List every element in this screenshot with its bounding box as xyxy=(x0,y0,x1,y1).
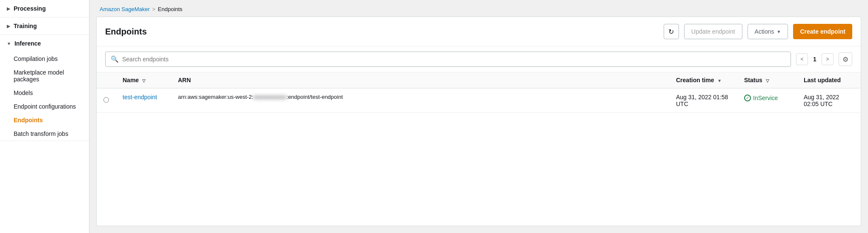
next-icon: > xyxy=(826,56,829,62)
training-arrow-icon: ▶ xyxy=(7,24,10,29)
table-settings-button[interactable]: ⚙ xyxy=(839,52,852,66)
creation-sort-icon: ▼ xyxy=(717,78,722,83)
refresh-icon: ↻ xyxy=(668,28,674,36)
main-content: Amazon SageMaker > Endpoints Endpoints ↻… xyxy=(89,0,868,233)
update-endpoint-button[interactable]: Update endpoint xyxy=(684,24,742,39)
breadcrumb-current: Endpoints xyxy=(158,6,183,12)
col-header-last-updated: Last updated xyxy=(797,72,861,88)
table-header-row: Name ▽ ARN Creation time ▼ Status ▽ xyxy=(97,72,861,88)
row-radio-input[interactable] xyxy=(103,97,109,103)
actions-label: Actions xyxy=(755,28,774,35)
page-title: Endpoints xyxy=(105,27,659,37)
sidebar-item-batch-transform-jobs[interactable]: Batch transform jobs xyxy=(0,127,89,141)
search-input-wrapper: 🔍 xyxy=(105,52,791,67)
status-label: InService xyxy=(753,95,778,101)
col-header-status[interactable]: Status ▽ xyxy=(737,72,797,88)
sidebar-item-training[interactable]: ▶ Training xyxy=(0,17,89,35)
endpoint-status-cell: ✓ InService xyxy=(737,88,797,113)
sidebar-item-models[interactable]: Models xyxy=(0,86,89,100)
endpoint-arn-cell: arn:aws:sagemaker:us-west-2:xxxxxxxxxxxx… xyxy=(171,88,669,113)
sidebar-section-inference: ▼ Inference Compilation jobs Marketplace… xyxy=(0,35,89,141)
sidebar: ▶ Processing ▶ Training ▼ Inference Comp… xyxy=(0,0,89,233)
update-endpoint-label: Update endpoint xyxy=(691,28,735,35)
search-bar-row: 🔍 < 1 > ⚙ xyxy=(97,46,861,72)
breadcrumb-sagemaker-link[interactable]: Amazon SageMaker xyxy=(100,6,150,12)
inference-label: Inference xyxy=(14,40,41,47)
sidebar-item-marketplace-model-packages[interactable]: Marketplace model packages xyxy=(0,66,89,86)
endpoints-table: Name ▽ ARN Creation time ▼ Status ▽ xyxy=(97,72,861,113)
status-sort-icon: ▽ xyxy=(766,78,769,83)
arn-account: xxxxxxxxxxxx xyxy=(253,94,286,100)
sidebar-item-endpoints[interactable]: Endpoints xyxy=(0,113,89,127)
actions-arrow-icon: ▼ xyxy=(777,29,781,34)
breadcrumb-separator: > xyxy=(152,6,155,12)
refresh-button[interactable]: ↻ xyxy=(664,24,679,39)
page-number: 1 xyxy=(811,56,819,63)
create-endpoint-label: Create endpoint xyxy=(800,28,845,35)
sidebar-section-training: ▶ Training xyxy=(0,17,89,35)
create-endpoint-button[interactable]: Create endpoint xyxy=(793,24,852,39)
content-card: Endpoints ↻ Update endpoint Actions ▼ Cr… xyxy=(96,17,861,226)
pagination: < 1 > xyxy=(796,53,834,65)
training-label: Training xyxy=(14,23,37,29)
search-input[interactable] xyxy=(122,56,785,63)
col-header-checkbox xyxy=(97,72,116,88)
sidebar-item-compilation-jobs[interactable]: Compilation jobs xyxy=(0,52,89,66)
endpoint-creation-time-cell: Aug 31, 2022 01:58 UTC xyxy=(669,88,737,113)
endpoint-name-cell[interactable]: test-endpoint xyxy=(116,88,171,113)
endpoint-last-updated-cell: Aug 31, 2022 02:05 UTC xyxy=(797,88,861,113)
actions-button[interactable]: Actions ▼ xyxy=(748,24,788,39)
prev-icon: < xyxy=(800,56,803,62)
card-header: Endpoints ↻ Update endpoint Actions ▼ Cr… xyxy=(97,17,861,46)
name-sort-icon: ▽ xyxy=(142,78,146,83)
status-badge: ✓ InService xyxy=(744,95,778,101)
sidebar-item-inference[interactable]: ▼ Inference xyxy=(0,35,89,52)
settings-icon: ⚙ xyxy=(842,55,848,63)
col-header-arn: ARN xyxy=(171,72,669,88)
table-wrapper: Name ▽ ARN Creation time ▼ Status ▽ xyxy=(97,72,861,226)
processing-label: Processing xyxy=(14,5,46,12)
col-header-creation-time[interactable]: Creation time ▼ xyxy=(669,72,737,88)
row-radio-cell[interactable] xyxy=(97,88,116,113)
sidebar-item-processing[interactable]: ▶ Processing xyxy=(0,0,89,17)
sidebar-item-endpoint-configurations[interactable]: Endpoint configurations xyxy=(0,100,89,113)
breadcrumb: Amazon SageMaker > Endpoints xyxy=(89,0,868,17)
table-row: test-endpoint arn:aws:sagemaker:us-west-… xyxy=(97,88,861,113)
search-icon: 🔍 xyxy=(111,55,119,63)
col-header-name[interactable]: Name ▽ xyxy=(116,72,171,88)
processing-arrow-icon: ▶ xyxy=(7,6,10,11)
inference-arrow-icon: ▼ xyxy=(7,41,11,46)
inservice-icon: ✓ xyxy=(744,95,751,101)
pagination-prev-button[interactable]: < xyxy=(796,53,808,65)
pagination-next-button[interactable]: > xyxy=(822,53,834,65)
sidebar-section-processing: ▶ Processing xyxy=(0,0,89,17)
